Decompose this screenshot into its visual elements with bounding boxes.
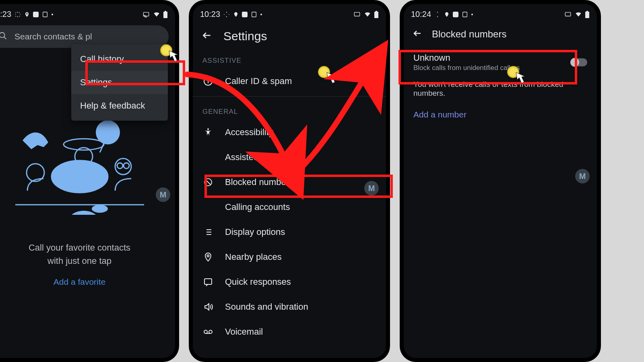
more-icon — [52, 14, 53, 15]
pin-icon — [202, 252, 214, 262]
section-assistive: ASSISTIVE — [193, 48, 386, 69]
sd-icon — [251, 11, 257, 18]
pointer-cursor-1 — [160, 44, 172, 56]
status-bar: 10:24 — [404, 4, 597, 22]
settings-header: Settings — [193, 22, 386, 48]
unknown-subtitle: Block calls from unidentified callers — [413, 64, 520, 72]
section-general: GENERAL — [193, 99, 386, 120]
back-icon[interactable] — [413, 29, 422, 40]
svg-rect-1 — [143, 12, 149, 16]
page-title: Blocked numbers — [432, 29, 506, 40]
location-pin-icon — [444, 11, 450, 18]
cast-icon — [142, 11, 150, 18]
svg-rect-2 — [163, 12, 167, 18]
status-time: 10:23 — [0, 10, 11, 19]
menu-settings[interactable]: Settings — [71, 71, 168, 94]
svg-point-6 — [52, 160, 108, 193]
wifi-icon — [574, 11, 582, 18]
wifi-icon — [153, 11, 161, 18]
app-icon — [242, 12, 248, 17]
sd-icon — [42, 11, 48, 18]
svg-rect-18 — [374, 12, 378, 18]
svg-rect-29 — [585, 12, 589, 18]
overflow-menu: Call history Settings Help & feedback — [71, 44, 168, 121]
battery-icon — [374, 11, 379, 18]
moto-logo-icon: M — [575, 169, 590, 183]
row-quick-responses[interactable]: Quick responses — [193, 269, 386, 294]
phone-screen-3: 10:24 Blocked numbers Unknown Block call… — [400, 0, 601, 362]
location-pin-icon — [233, 11, 239, 18]
svg-point-26 — [209, 330, 212, 333]
cast-icon — [353, 11, 361, 18]
location-pin-icon — [24, 11, 30, 18]
app-icon — [33, 12, 39, 17]
sd-icon — [462, 11, 468, 18]
svg-rect-19 — [376, 11, 377, 12]
unknown-title: Unknown — [413, 53, 520, 63]
phone-screen-2: 10:23 Settings ASSISTIVE Caller ID & spa… — [189, 0, 390, 362]
wifi-icon — [363, 11, 372, 18]
list-icon — [202, 227, 214, 237]
status-sync-icon — [434, 11, 441, 18]
row-sounds[interactable]: Sounds and vibration — [193, 294, 386, 319]
row-nearby-places[interactable]: Nearby places — [193, 245, 386, 269]
voicemail-icon — [202, 327, 214, 337]
svg-rect-17 — [354, 12, 359, 16]
row-accessibility[interactable]: Accessibility — [193, 120, 386, 145]
accessibility-icon — [202, 128, 214, 137]
svg-rect-28 — [565, 12, 570, 16]
row-unknown[interactable]: Unknown Block calls from unidentified ca… — [404, 46, 597, 78]
row-caller-id[interactable]: Caller ID & spam — [193, 69, 386, 94]
status-time: 10:24 — [411, 10, 431, 19]
svg-point-25 — [204, 330, 207, 333]
svg-rect-30 — [586, 11, 588, 12]
svg-rect-24 — [204, 279, 212, 284]
search-placeholder: Search contacts & pl — [14, 32, 92, 41]
chat-icon — [202, 277, 214, 287]
svg-point-15 — [92, 205, 108, 213]
status-sync-icon — [14, 11, 21, 18]
info-icon — [202, 76, 214, 86]
more-icon — [260, 14, 262, 15]
blocked-header: Blocked numbers — [404, 22, 597, 46]
battery-icon — [585, 11, 590, 18]
svg-rect-27 — [463, 12, 467, 17]
status-time: 10:23 — [200, 10, 220, 19]
row-calling-accounts[interactable]: Calling accounts — [193, 195, 386, 220]
svg-point-21 — [207, 128, 209, 130]
app-icon — [453, 12, 458, 17]
back-icon[interactable] — [202, 30, 212, 42]
moto-logo-icon: M — [156, 187, 170, 202]
status-bar: 10:23 — [193, 4, 386, 22]
block-icon — [202, 177, 214, 187]
search-icon — [0, 31, 7, 42]
svg-rect-3 — [165, 11, 166, 12]
svg-point-11 — [117, 163, 123, 169]
menu-call-history[interactable]: Call history — [71, 47, 168, 71]
empty-message: Call your favorite contacts with just on… — [29, 241, 130, 267]
cast-icon — [564, 11, 572, 18]
add-number-link[interactable]: Add a number — [404, 105, 597, 124]
svg-point-12 — [124, 163, 129, 169]
moto-logo-icon: M — [364, 181, 379, 195]
svg-point-13 — [43, 144, 44, 145]
svg-point-7 — [64, 139, 104, 150]
svg-rect-0 — [43, 12, 47, 17]
sound-icon — [202, 302, 214, 312]
status-bar: 10:23 — [0, 4, 175, 22]
row-display-options[interactable]: Display options — [193, 220, 386, 245]
row-assisted-dialing[interactable]: Assisted dialing — [193, 145, 386, 170]
pointer-cursor-2 — [318, 66, 330, 78]
svg-rect-16 — [252, 12, 256, 17]
page-title: Settings — [223, 29, 267, 43]
row-blocked-numbers[interactable]: Blocked numbers — [193, 170, 386, 195]
pointer-cursor-3 — [507, 66, 519, 78]
menu-help[interactable]: Help & feedback — [71, 94, 168, 117]
blocked-note: You won't receive calls or texts from bl… — [404, 78, 597, 105]
unknown-toggle[interactable] — [571, 58, 587, 66]
add-favorite-link[interactable]: Add a favorite — [54, 277, 106, 287]
row-voicemail[interactable]: Voicemail — [193, 319, 386, 344]
more-icon — [471, 14, 473, 15]
svg-point-23 — [207, 255, 209, 257]
status-sync-icon — [223, 11, 230, 18]
